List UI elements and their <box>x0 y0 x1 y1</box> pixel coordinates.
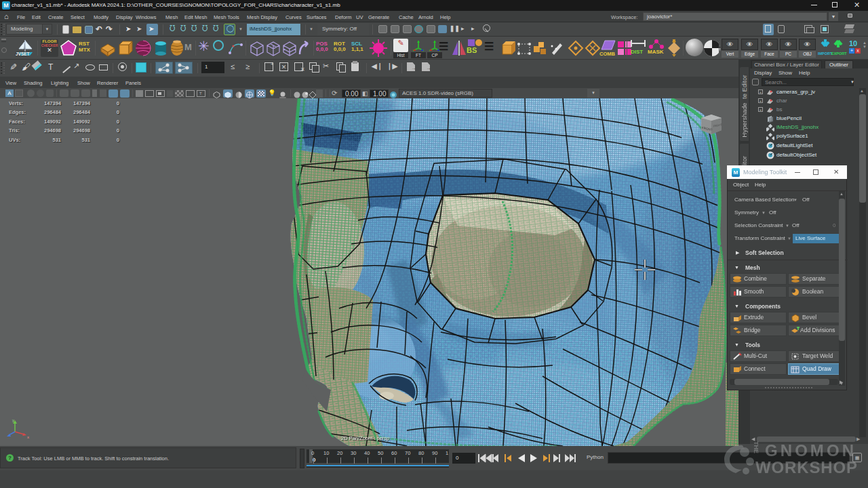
svg-text:y: y <box>12 418 14 422</box>
svg-text:x: x <box>27 435 29 439</box>
svg-text:GNOMON: GNOMON <box>765 441 854 460</box>
svg-text:THE: THE <box>753 441 760 453</box>
svg-text:WORKSHOP: WORKSHOP <box>755 458 857 476</box>
